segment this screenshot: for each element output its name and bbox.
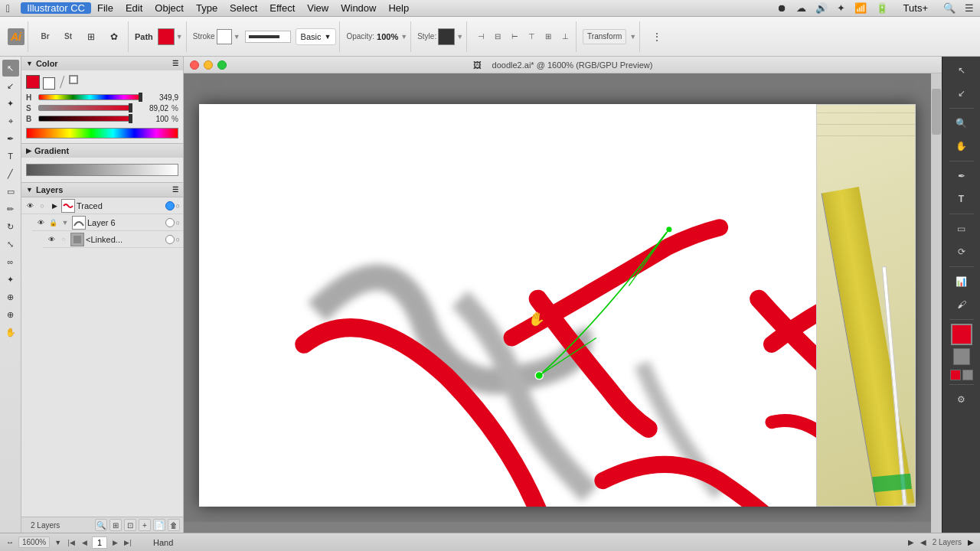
gradient-panel-header[interactable]: ▶ Gradient [21, 144, 183, 158]
zoom-display[interactable]: 1600% [18, 536, 50, 548]
fill-color[interactable] [158, 28, 175, 45]
layer-row-layer6[interactable]: 👁 🔒 ▼ Layer 6 ○ [32, 214, 183, 231]
menubar-object[interactable]: Object [149, 2, 190, 14]
hue-slider[interactable] [38, 94, 142, 100]
page-prev[interactable]: ◀ [79, 539, 90, 546]
r-graph-tool[interactable]: 📊 [951, 271, 972, 292]
layer-visibility-layer6[interactable]: 👁 [35, 217, 46, 228]
r-background-color[interactable] [953, 348, 970, 365]
lasso-tool[interactable]: ⌖ [2, 112, 19, 129]
page-last[interactable]: ▶| [122, 539, 133, 546]
vertical-scrollbar[interactable] [931, 73, 942, 533]
hue-value[interactable]: 349,9 [152, 93, 178, 102]
align-left[interactable]: ⊣ [473, 29, 488, 44]
play-btn[interactable]: ▶ [908, 538, 914, 546]
align-center-h[interactable]: ⊟ [490, 29, 505, 44]
apple-menu[interactable]:  [6, 2, 10, 15]
r-select-tool[interactable]: ↖ [951, 60, 972, 81]
layer-name-traced[interactable]: Traced [77, 201, 164, 210]
brush-tool[interactable]: ✏ [2, 201, 19, 217]
menubar-effect[interactable]: Effect [263, 2, 301, 14]
direct-select-tool[interactable]: ↙ [2, 77, 19, 94]
layer-options-layer6[interactable]: ○ [176, 219, 180, 227]
scroll-thumb-v[interactable] [932, 89, 941, 135]
r-zoom-tool[interactable]: 🔍 [951, 112, 972, 134]
search-icon[interactable]: 🔍 [943, 2, 956, 14]
style-dropdown[interactable]: Basic ▼ [296, 28, 337, 45]
layer-expand-traced[interactable]: ▶ [49, 201, 60, 211]
layer-visibility-traced[interactable]: 👁 [24, 201, 35, 211]
page-next[interactable]: ▶ [109, 539, 120, 546]
layer-lock-linked[interactable]: ○ [58, 234, 69, 245]
menubar-file[interactable]: File [91, 2, 119, 14]
r-hand-tool[interactable]: ✋ [951, 135, 972, 157]
layer-row-linked[interactable]: 👁 ○ <Linked... ○ [43, 231, 183, 248]
stroke-weight[interactable] [245, 31, 291, 43]
spectrum-bar[interactable] [26, 128, 178, 139]
menubar-window[interactable]: Window [335, 2, 382, 14]
view-btn[interactable]: ⊞ [80, 26, 102, 47]
stop-btn[interactable]: ◀ [920, 538, 926, 546]
layer-name-linked[interactable]: <Linked... [86, 235, 164, 244]
toggle-arrows[interactable]: ↔ [6, 538, 14, 546]
r-color-swatch3[interactable] [962, 370, 973, 380]
select-tool[interactable]: ↖ [2, 60, 19, 77]
layers-panel-header[interactable]: ▼ Layers ☰ [21, 183, 183, 197]
page-input[interactable] [92, 536, 107, 549]
menubar-edit[interactable]: Edit [119, 2, 149, 14]
magic-wand-tool[interactable]: ✦ [2, 95, 19, 112]
saturation-slider[interactable] [38, 105, 132, 111]
zoom-tool[interactable]: ⊕ [2, 306, 19, 323]
layer-options-linked[interactable]: ○ [176, 236, 180, 243]
layer-name-layer6[interactable]: Layer 6 [87, 218, 164, 227]
saturation-value[interactable]: 89,02 [142, 104, 168, 112]
minimize-button[interactable] [204, 60, 213, 70]
zoom-down-arrow[interactable]: ▼ [54, 539, 61, 546]
layer-lock-layer6[interactable]: 🔒 [47, 217, 58, 228]
rect-tool[interactable]: ▭ [2, 183, 19, 200]
brightness-value[interactable]: 100 [142, 115, 168, 123]
find-layer-btn[interactable]: 🔍 [95, 519, 107, 531]
r-type-tool[interactable]: T [951, 188, 972, 210]
new-sublayer-btn[interactable]: + [139, 519, 151, 531]
maximize-button[interactable] [217, 60, 227, 70]
r-foreground-color[interactable] [951, 324, 972, 345]
line-tool[interactable]: ╱ [2, 165, 19, 182]
create-clipping-mask[interactable]: ⊡ [124, 519, 136, 531]
align-bottom[interactable]: ⊥ [557, 29, 573, 44]
stock-btn[interactable]: St [57, 26, 79, 47]
layer-visibility-linked[interactable]: 👁 [46, 234, 57, 245]
r-direct-select[interactable]: ↙ [951, 83, 972, 104]
right-arrow-btn[interactable]: ▶ [968, 538, 974, 546]
r-paint-tool[interactable]: 🖌 [951, 294, 972, 315]
layer-lock-traced[interactable]: ○ [37, 201, 47, 211]
r-shape-tool[interactable]: ▭ [951, 218, 972, 240]
menubar-help[interactable]: Help [382, 2, 415, 14]
menubar-type[interactable]: Type [190, 2, 224, 14]
align-center-v[interactable]: ⊞ [541, 29, 556, 44]
background-swatch[interactable] [43, 77, 55, 90]
new-layer-from-selection[interactable]: ⊞ [109, 519, 122, 531]
stroke-swatch[interactable] [217, 29, 232, 44]
menubar-tuts[interactable]: Tuts+ [897, 2, 934, 14]
opacity-value[interactable]: 100% [377, 32, 398, 41]
swap-icon[interactable] [69, 75, 78, 84]
hand-tool[interactable]: ✋ [2, 324, 19, 341]
rotate-tool[interactable]: ↻ [2, 218, 19, 235]
measure-tool[interactable]: ⊕ [2, 289, 19, 305]
align-top[interactable]: ⊤ [524, 29, 539, 44]
eyedropper-tool[interactable]: ✦ [2, 271, 19, 288]
delete-layer-btn[interactable]: 🗑 [168, 519, 180, 531]
arrange-btn[interactable]: ⋮ [646, 26, 668, 47]
transform-button[interactable]: Transform [583, 29, 626, 44]
text-tool[interactable]: T [2, 148, 19, 165]
bridge-btn[interactable]: Br [34, 26, 56, 47]
close-button[interactable] [190, 60, 199, 70]
layer-row-traced[interactable]: 👁 ○ ▶ Traced ○ [21, 197, 183, 214]
style-swatch[interactable] [438, 28, 455, 45]
page-first[interactable]: |◀ [66, 539, 77, 546]
r-pen-tool[interactable]: ✒ [951, 165, 972, 187]
trace-btn[interactable]: ✿ [103, 26, 125, 47]
menu-icon[interactable]: ☰ [965, 2, 974, 14]
no-color-icon[interactable]: ⧸ [60, 75, 64, 90]
